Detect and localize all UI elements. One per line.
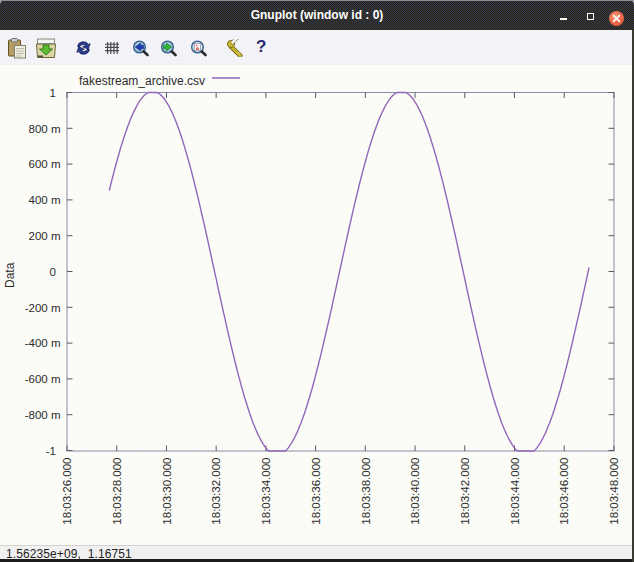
svg-text:18:03:32.000: 18:03:32.000: [210, 458, 222, 525]
svg-text:18:03:44.000: 18:03:44.000: [509, 458, 521, 525]
svg-text:800 m: 800 m: [29, 123, 61, 135]
svg-text:18:03:48.000: 18:03:48.000: [608, 458, 620, 525]
svg-text:0: 0: [50, 266, 56, 278]
svg-text:18:03:30.000: 18:03:30.000: [161, 458, 173, 525]
svg-text:-200 m: -200 m: [25, 302, 61, 314]
svg-text:18:03:36.000: 18:03:36.000: [310, 458, 322, 525]
svg-text:18:03:42.000: 18:03:42.000: [459, 458, 471, 525]
svg-text:18:03:26.000: 18:03:26.000: [61, 458, 73, 525]
svg-text:400 m: 400 m: [29, 194, 61, 206]
svg-text:fakestream_archive.csv: fakestream_archive.csv: [79, 74, 205, 88]
svg-text:-600 m: -600 m: [25, 373, 61, 385]
svg-text:18:03:34.000: 18:03:34.000: [260, 458, 272, 525]
svg-text:-800 m: -800 m: [25, 409, 61, 421]
svg-text:18:03:28.000: 18:03:28.000: [111, 458, 123, 525]
svg-text:18:03:38.000: 18:03:38.000: [360, 458, 372, 525]
svg-text:200 m: 200 m: [29, 230, 61, 242]
svg-text:Data: Data: [3, 262, 17, 288]
svg-text:18:03:40.000: 18:03:40.000: [409, 458, 421, 525]
svg-text:1: 1: [50, 87, 56, 99]
svg-text:600 m: 600 m: [29, 158, 61, 170]
svg-text:18:03:46.000: 18:03:46.000: [558, 458, 570, 525]
svg-text:-1: -1: [46, 445, 56, 457]
svg-text:-400 m: -400 m: [25, 337, 61, 349]
